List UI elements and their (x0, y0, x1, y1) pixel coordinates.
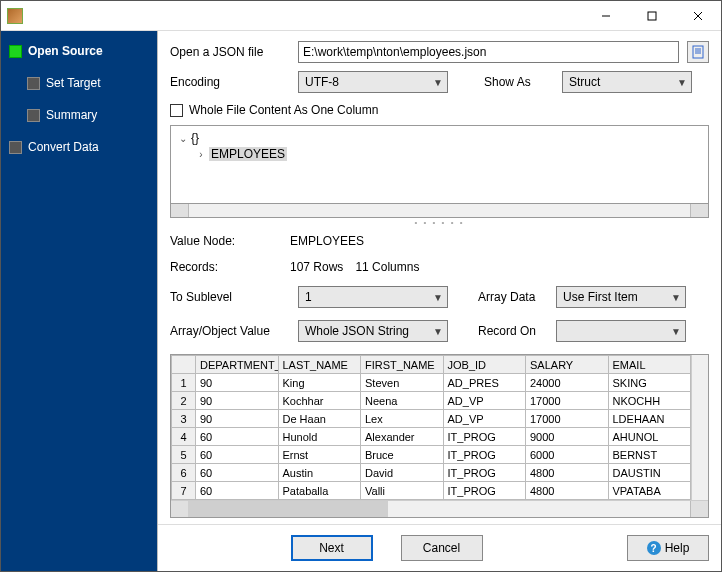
table-cell[interactable]: Lex (361, 410, 444, 428)
table-cell[interactable]: IT_PROG (443, 428, 526, 446)
table-cell[interactable]: 60 (196, 446, 279, 464)
table-cell[interactable]: De Haan (278, 410, 361, 428)
table-row[interactable]: 460HunoldAlexanderIT_PROG9000AHUNOL (172, 428, 691, 446)
table-cell[interactable]: 17000 (526, 392, 609, 410)
row-number-cell: 7 (172, 482, 196, 500)
table-cell[interactable]: Alexander (361, 428, 444, 446)
showas-select[interactable]: Struct ▼ (562, 71, 692, 93)
column-header[interactable]: FIRST_NAME (361, 356, 444, 374)
to-sublevel-select[interactable]: 1 ▼ (298, 286, 448, 308)
table-cell[interactable]: 4800 (526, 482, 609, 500)
help-button-label: Help (665, 541, 690, 555)
table-cell[interactable]: 60 (196, 428, 279, 446)
table-horizontal-scrollbar[interactable] (171, 500, 708, 517)
table-cell[interactable]: DAUSTIN (608, 464, 691, 482)
table-cell[interactable]: Bruce (361, 446, 444, 464)
next-button[interactable]: Next (291, 535, 373, 561)
close-button[interactable] (675, 1, 721, 31)
preview-table[interactable]: DEPARTMENT_IDLAST_NAMEFIRST_NAMEJOB_IDSA… (171, 355, 691, 500)
value-node-label: Value Node: (170, 234, 290, 248)
chevron-down-icon: ▼ (433, 326, 443, 337)
tree-collapse-icon[interactable]: ⌄ (177, 133, 189, 144)
table-row[interactable]: 390De HaanLexAD_VP17000LDEHAAN (172, 410, 691, 428)
table-cell[interactable]: Austin (278, 464, 361, 482)
table-cell[interactable]: 90 (196, 392, 279, 410)
help-icon: ? (647, 541, 661, 555)
chevron-down-icon: ▼ (677, 77, 687, 88)
sidebar-item-summary[interactable]: Summary (25, 104, 151, 126)
table-cell[interactable]: 6000 (526, 446, 609, 464)
table-cell[interactable]: 60 (196, 482, 279, 500)
table-cell[interactable]: AD_VP (443, 410, 526, 428)
table-cell[interactable]: IT_PROG (443, 482, 526, 500)
table-cell[interactable]: David (361, 464, 444, 482)
cancel-button[interactable]: Cancel (401, 535, 483, 561)
records-label: Records: (170, 260, 290, 274)
table-cell[interactable]: AD_PRES (443, 374, 526, 392)
table-row[interactable]: 560ErnstBruceIT_PROG6000BERNST (172, 446, 691, 464)
app-icon (7, 8, 23, 24)
whole-file-checkbox[interactable] (170, 104, 183, 117)
column-header[interactable]: JOB_ID (443, 356, 526, 374)
table-cell[interactable]: IT_PROG (443, 446, 526, 464)
row-number-cell: 3 (172, 410, 196, 428)
table-cell[interactable]: 4800 (526, 464, 609, 482)
table-cell[interactable]: King (278, 374, 361, 392)
json-tree[interactable]: ⌄ {} › EMPLOYEES (170, 125, 709, 204)
table-cell[interactable]: LDEHAAN (608, 410, 691, 428)
table-cell[interactable]: 17000 (526, 410, 609, 428)
record-on-label: Record On (478, 324, 548, 338)
array-obj-label: Array/Object Value (170, 324, 290, 338)
column-header[interactable]: SALARY (526, 356, 609, 374)
array-data-select[interactable]: Use First Item ▼ (556, 286, 686, 308)
table-cell[interactable]: SKING (608, 374, 691, 392)
table-cell[interactable]: AD_VP (443, 392, 526, 410)
table-cell[interactable]: Kochhar (278, 392, 361, 410)
tree-node-employees[interactable]: › EMPLOYEES (177, 146, 702, 162)
column-header[interactable]: EMAIL (608, 356, 691, 374)
table-cell[interactable]: BERNST (608, 446, 691, 464)
table-cell[interactable]: VPATABA (608, 482, 691, 500)
column-header[interactable]: DEPARTMENT_ID (196, 356, 279, 374)
table-cell[interactable]: NKOCHH (608, 392, 691, 410)
encoding-select[interactable]: UTF-8 ▼ (298, 71, 448, 93)
table-cell[interactable]: Pataballa (278, 482, 361, 500)
minimize-button[interactable] (583, 1, 629, 31)
array-obj-select[interactable]: Whole JSON String ▼ (298, 320, 448, 342)
table-cell[interactable]: Ernst (278, 446, 361, 464)
sidebar-item-open-source[interactable]: Open Source (7, 40, 151, 62)
tree-horizontal-scrollbar[interactable] (170, 204, 709, 218)
table-cell[interactable]: Hunold (278, 428, 361, 446)
table-cell[interactable]: 90 (196, 374, 279, 392)
help-button[interactable]: ? Help (627, 535, 709, 561)
record-on-select[interactable]: ▼ (556, 320, 686, 342)
maximize-button[interactable] (629, 1, 675, 31)
table-cell[interactable]: Neena (361, 392, 444, 410)
table-row[interactable]: 660AustinDavidIT_PROG4800DAUSTIN (172, 464, 691, 482)
table-row[interactable]: 190KingStevenAD_PRES24000SKING (172, 374, 691, 392)
table-cell[interactable]: IT_PROG (443, 464, 526, 482)
chevron-down-icon: ▼ (433, 77, 443, 88)
browse-button[interactable] (687, 41, 709, 63)
splitter-grip[interactable]: • • • • • • (170, 218, 709, 228)
table-cell[interactable]: Steven (361, 374, 444, 392)
table-row[interactable]: 290KochharNeenaAD_VP17000NKOCHH (172, 392, 691, 410)
svg-rect-1 (648, 12, 656, 20)
tree-expand-icon[interactable]: › (195, 149, 207, 160)
table-vertical-scrollbar[interactable] (691, 355, 708, 500)
table-row[interactable]: 760PataballaValliIT_PROG4800VPATABA (172, 482, 691, 500)
sidebar-item-set-target[interactable]: Set Target (25, 72, 151, 94)
table-cell[interactable]: Valli (361, 482, 444, 500)
array-data-label: Array Data (478, 290, 548, 304)
table-cell[interactable]: 24000 (526, 374, 609, 392)
sidebar-item-convert-data[interactable]: Convert Data (7, 136, 151, 158)
tree-root-node[interactable]: ⌄ {} (177, 130, 702, 146)
json-path-input[interactable] (298, 41, 679, 63)
column-header[interactable]: LAST_NAME (278, 356, 361, 374)
table-cell[interactable]: 9000 (526, 428, 609, 446)
sidebar-item-label: Convert Data (28, 140, 99, 154)
table-cell[interactable]: 90 (196, 410, 279, 428)
to-sublevel-label: To Sublevel (170, 290, 290, 304)
table-cell[interactable]: 60 (196, 464, 279, 482)
table-cell[interactable]: AHUNOL (608, 428, 691, 446)
